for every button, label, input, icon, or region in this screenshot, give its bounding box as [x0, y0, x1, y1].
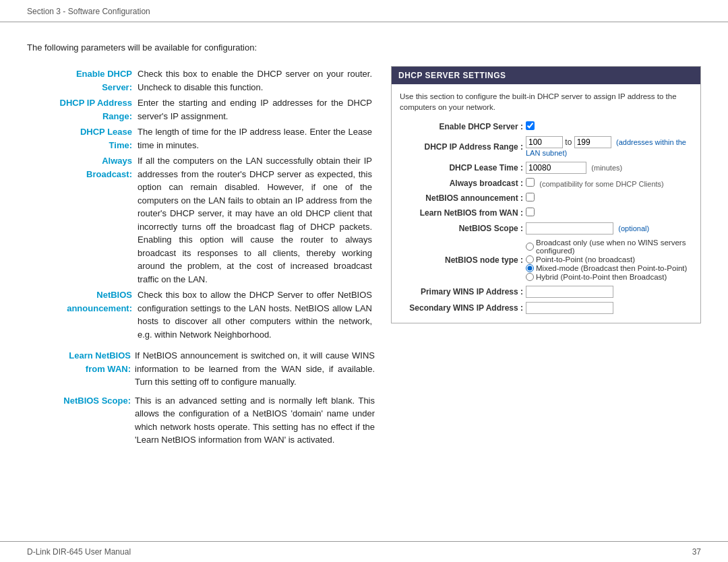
dhcp-row-always-broadcast: Always broadcast : (compatibility for so…	[400, 176, 692, 191]
dhcp-label-secondary-wins: Secondary WINS IP Address :	[400, 300, 524, 316]
radio-row-hybrid: Hybrid (Point-to-Point then Broadcast)	[526, 273, 691, 281]
table-row: DHCP IP AddressRange: Enter the starting…	[27, 95, 375, 124]
dhcp-label-lease-time: DHCP Lease Time :	[400, 160, 524, 176]
dhcp-row-enable: Enable DHCP Server :	[400, 119, 692, 134]
secondary-wins-input[interactable]	[526, 302, 613, 314]
radio-p2p[interactable]	[526, 255, 534, 263]
radio-label-p2p: Point-to-Point (no broadcast)	[536, 255, 635, 263]
radio-mixed[interactable]	[526, 264, 534, 272]
dhcp-value-netbios-node: Broadcast only (use when no WINS servers…	[524, 237, 692, 284]
ip-range-to-label: to	[565, 137, 574, 147]
dhcp-box: DHCP SERVER SETTINGS Use this section to…	[391, 66, 701, 323]
dhcp-label-ip-range: DHCP IP Address Range :	[400, 134, 524, 160]
footer-left: D-Link DIR-645 User Manual	[27, 547, 131, 557]
dhcp-row-primary-wins: Primary WINS IP Address :	[400, 284, 692, 300]
main-layout: Enable DHCPServer: Check this box to ena…	[27, 66, 701, 452]
param-table: Enable DHCPServer: Check this box to ena…	[27, 66, 375, 342]
netbios-announcement-checkbox[interactable]	[526, 193, 535, 201]
main-content: The following parameters will be availab…	[0, 22, 728, 493]
radio-broadcast-only[interactable]	[526, 243, 534, 251]
param-label-netbios-announcement: NetBIOSannouncement:	[27, 287, 135, 342]
intro-text: The following parameters will be availab…	[27, 42, 701, 53]
left-column: Enable DHCPServer: Check this box to ena…	[27, 66, 375, 452]
primary-wins-input[interactable]	[526, 286, 613, 298]
dhcp-intro: Use this section to configure the built-…	[400, 91, 692, 113]
param-label-lease-time: DHCP LeaseTime:	[27, 124, 135, 153]
param-label-always-broadcast: AlwaysBroadcast:	[27, 153, 135, 287]
dhcp-label-enable: Enable DHCP Server :	[400, 119, 524, 134]
radio-label-hybrid: Hybrid (Point-to-Point then Broadcast)	[536, 273, 667, 281]
dhcp-row-learn-netbios: Learn NetBIOS from WAN :	[400, 206, 692, 220]
radio-row-broadcast-only: Broadcast only (use when no WINS servers…	[526, 239, 691, 255]
dhcp-row-lease-time: DHCP Lease Time : (minutes)	[400, 160, 692, 176]
learn-netbios-checkbox[interactable]	[526, 208, 535, 216]
param-desc-ip-range: Enter the starting and ending IP address…	[135, 95, 375, 124]
dhcp-value-lease-time: (minutes)	[524, 160, 692, 176]
ip-range-from-input[interactable]	[526, 136, 563, 148]
page-header: Section 3 - Software Configuration	[0, 0, 728, 22]
radio-row-p2p: Point-to-Point (no broadcast)	[526, 255, 691, 263]
lease-time-input[interactable]	[526, 162, 586, 174]
dhcp-label-netbios-scope: NetBIOS Scope :	[400, 220, 524, 237]
dhcp-label-netbios-announcement: NetBIOS announcement :	[400, 191, 524, 206]
dhcp-value-primary-wins	[524, 284, 692, 300]
dhcp-value-ip-range: to (addresses within the LAN subnet)	[524, 134, 692, 160]
table-row: NetBIOSannouncement: Check this box to a…	[27, 287, 375, 342]
param-desc-netbios-announcement: Check this box to allow the DHCP Server …	[135, 287, 375, 342]
param-desc-lease-time: The length of time for the IP address le…	[135, 124, 375, 153]
footer-right: 37	[692, 547, 701, 557]
bottom-param-row-learn-netbios: Learn NetBIOSfrom WAN: If NetBIOS announ…	[27, 349, 375, 389]
enable-dhcp-checkbox[interactable]	[526, 121, 535, 130]
page-footer: D-Link DIR-645 User Manual 37	[0, 541, 728, 562]
bottom-param-desc-learn-netbios: If NetBIOS announcement is switched on, …	[135, 349, 375, 389]
broadcast-note: (compatibility for some DHCP Clients)	[539, 180, 663, 188]
ip-range-to-input[interactable]	[574, 136, 611, 148]
table-row: Enable DHCPServer: Check this box to ena…	[27, 66, 375, 95]
dhcp-box-header: DHCP SERVER SETTINGS	[392, 67, 700, 84]
param-desc-enable-dhcp: Check this box to enable the DHCP server…	[135, 66, 375, 95]
dhcp-row-ip-range: DHCP IP Address Range : to (addresses wi…	[400, 134, 692, 160]
dhcp-value-secondary-wins	[524, 300, 692, 316]
table-row: AlwaysBroadcast: If all the computers on…	[27, 153, 375, 287]
lease-time-unit: (minutes)	[591, 164, 622, 172]
radio-hybrid[interactable]	[526, 273, 534, 281]
param-label-enable-dhcp: Enable DHCPServer:	[27, 66, 135, 95]
dhcp-label-netbios-node: NetBIOS node type :	[400, 237, 524, 284]
bottom-param-desc-netbios-scope: This is an advanced setting and is norma…	[135, 394, 375, 447]
param-label-ip-range: DHCP IP AddressRange:	[27, 95, 135, 124]
param-desc-always-broadcast: If all the computers on the LAN successf…	[135, 153, 375, 287]
dhcp-value-always-broadcast: (compatibility for some DHCP Clients)	[524, 176, 692, 191]
bottom-params: Learn NetBIOSfrom WAN: If NetBIOS announ…	[27, 349, 375, 447]
dhcp-value-enable	[524, 119, 692, 134]
dhcp-label-always-broadcast: Always broadcast :	[400, 176, 524, 191]
dhcp-value-netbios-announcement	[524, 191, 692, 206]
radio-label-broadcast-only: Broadcast only (use when no WINS servers…	[536, 239, 691, 255]
bottom-param-label-netbios-scope: NetBIOS Scope:	[27, 394, 135, 447]
always-broadcast-checkbox[interactable]	[526, 178, 535, 187]
dhcp-row-netbios-node: NetBIOS node type : Broadcast only (use …	[400, 237, 692, 284]
dhcp-settings-box: DHCP SERVER SETTINGS Use this section to…	[391, 66, 701, 323]
dhcp-row-secondary-wins: Secondary WINS IP Address :	[400, 300, 692, 316]
dhcp-value-learn-netbios	[524, 206, 692, 220]
netbios-scope-note: (optional)	[618, 224, 649, 232]
bottom-param-label-learn-netbios: Learn NetBIOSfrom WAN:	[27, 349, 135, 389]
radio-label-mixed: Mixed-mode (Broadcast then Point-to-Poin…	[536, 264, 687, 272]
dhcp-label-learn-netbios: Learn NetBIOS from WAN :	[400, 206, 524, 220]
dhcp-label-primary-wins: Primary WINS IP Address :	[400, 284, 524, 300]
dhcp-row-netbios-announcement: NetBIOS announcement :	[400, 191, 692, 206]
radio-row-mixed: Mixed-mode (Broadcast then Point-to-Poin…	[526, 264, 691, 272]
table-row: DHCP LeaseTime: The length of time for t…	[27, 124, 375, 153]
dhcp-form-table: Enable DHCP Server : DHCP IP Address Ran…	[400, 119, 692, 316]
dhcp-row-netbios-scope: NetBIOS Scope : (optional)	[400, 220, 692, 237]
header-text: Section 3 - Software Configuration	[27, 7, 150, 16]
bottom-param-row-netbios-scope: NetBIOS Scope: This is an advanced setti…	[27, 394, 375, 447]
dhcp-value-netbios-scope: (optional)	[524, 220, 692, 237]
netbios-scope-input[interactable]	[526, 222, 613, 235]
dhcp-box-body: Use this section to configure the built-…	[392, 84, 700, 323]
